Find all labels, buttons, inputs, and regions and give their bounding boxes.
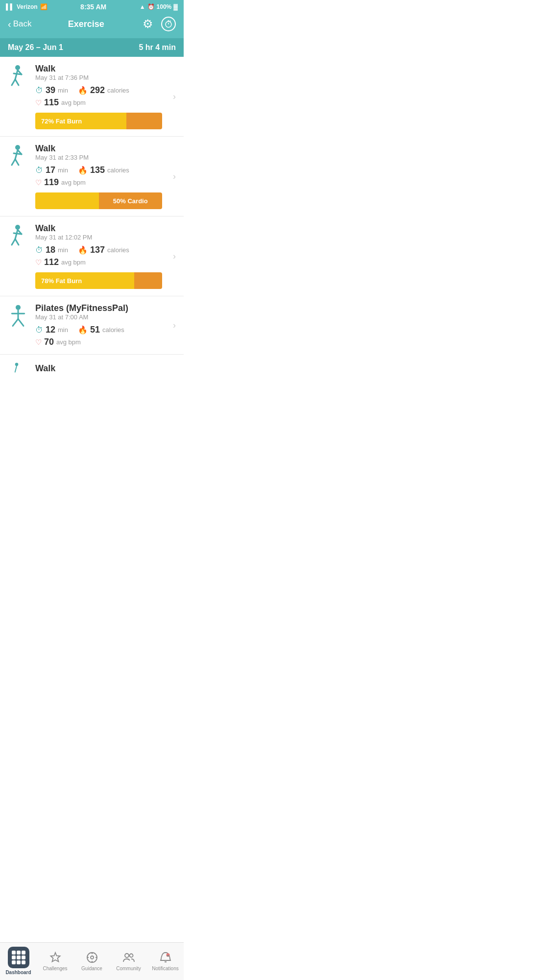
svg-point-23	[16, 305, 21, 310]
exercise-info: Walk May 31 at 7:36 PM ⏱ 39 min 🔥 292 ca…	[35, 64, 162, 129]
duration-stat: ⏱ 39 min	[35, 85, 68, 96]
heart-rate-stat: ♡ 70 avg bpm	[35, 337, 162, 347]
progress-bar: 72% Fat Burn	[35, 113, 162, 129]
exercise-info: Walk May 31 at 2:33 PM ⏱ 17 min 🔥 135 ca…	[35, 143, 162, 209]
svg-line-13	[12, 159, 15, 165]
partial-exercise-name: Walk	[35, 363, 55, 374]
progress-bar-container: 72% Fat Burn	[35, 113, 162, 129]
exercise-info: Pilates (MyFitnessPal) May 31 at 7:00 AM…	[35, 303, 162, 347]
carrier-label: Verizon	[17, 3, 38, 10]
header: ‹ Back Exercise ⚙	[0, 13, 184, 38]
svg-line-16	[14, 153, 22, 154]
svg-line-7	[12, 79, 15, 85]
svg-line-29	[15, 366, 17, 372]
duration-stat: ⏱ 17 min	[35, 165, 68, 175]
walk-icon	[8, 224, 28, 245]
cardio-fill: 50% Cardio	[99, 192, 163, 209]
signal-icon: ▌▌	[6, 3, 14, 10]
battery-label: 100%	[157, 3, 172, 10]
calories-stat: 🔥 51 calories	[78, 325, 124, 335]
header-icons: ⚙	[141, 17, 176, 31]
svg-line-20	[15, 239, 19, 245]
pilates-icon	[8, 304, 28, 325]
cardio-fill	[134, 272, 162, 289]
svg-line-14	[15, 159, 19, 165]
heart-rate-stat: ♡ 115 avg bpm	[35, 97, 162, 108]
svg-point-5	[15, 65, 20, 70]
chevron-right-icon: ›	[169, 171, 176, 182]
heart-rate-stat: ♡ 119 avg bpm	[35, 177, 162, 188]
exercise-list: Walk May 31 at 7:36 PM ⏱ 39 min 🔥 292 ca…	[0, 57, 184, 418]
status-right: ▲ ⏰ 100% ▓	[140, 3, 178, 10]
location-icon: ▲	[140, 3, 145, 10]
svg-line-6	[15, 70, 18, 79]
exercise-datetime: May 31 at 7:36 PM	[35, 74, 162, 81]
walk-icon	[8, 144, 28, 165]
walk-icon	[8, 65, 28, 85]
progress-bar-container: 50% Cardio	[35, 192, 162, 209]
fat-burn-fill: 78% Fat Burn	[35, 272, 134, 289]
wifi-icon: 📶	[40, 3, 48, 10]
exercise-item[interactable]: Walk May 31 at 7:36 PM ⏱ 39 min 🔥 292 ca…	[0, 57, 184, 137]
svg-line-8	[15, 79, 19, 85]
duration-stat: ⏱ 12 min	[35, 325, 68, 335]
exercise-datetime: May 31 at 2:33 PM	[35, 154, 162, 161]
svg-line-27	[18, 319, 24, 326]
chevron-right-icon: ›	[169, 320, 176, 331]
settings-icon[interactable]: ⚙	[141, 17, 155, 31]
fat-burn-fill	[35, 192, 99, 209]
time-display: 8:35 AM	[80, 3, 106, 11]
back-button[interactable]: ‹ Back	[8, 19, 31, 30]
svg-point-17	[15, 225, 20, 230]
svg-line-22	[14, 233, 22, 234]
progress-bar: 50% Cardio	[35, 192, 162, 209]
timer-icon[interactable]	[161, 17, 176, 31]
svg-line-19	[12, 239, 15, 245]
fat-burn-fill: 72% Fat Burn	[35, 113, 126, 129]
exercise-name: Walk	[35, 223, 162, 234]
chevron-right-icon: ›	[169, 92, 176, 102]
back-label: Back	[13, 19, 32, 29]
exercise-name: Pilates (MyFitnessPal)	[35, 303, 162, 313]
date-range: May 26 – Jun 1	[8, 43, 63, 52]
heart-rate-stat: ♡ 112 avg bpm	[35, 257, 162, 267]
svg-point-4	[170, 21, 170, 22]
exercise-item[interactable]: Pilates (MyFitnessPal) May 31 at 7:00 AM…	[0, 296, 184, 355]
exercise-name: Walk	[35, 64, 162, 74]
progress-bar-container: 78% Fat Burn	[35, 272, 162, 289]
exercise-item[interactable]: Walk May 31 at 2:33 PM ⏱ 17 min 🔥 135 ca…	[0, 137, 184, 216]
svg-point-11	[15, 145, 20, 150]
status-bar: ▌▌ Verizon 📶 8:35 AM ▲ ⏰ 100% ▓	[0, 0, 184, 13]
header-title: Exercise	[68, 19, 104, 29]
calories-stat: 🔥 292 calories	[78, 85, 129, 96]
progress-bar: 78% Fat Burn	[35, 272, 162, 289]
cardio-fill	[126, 113, 162, 129]
svg-line-26	[13, 319, 18, 326]
calories-stat: 🔥 137 calories	[78, 245, 129, 255]
chevron-right-icon: ›	[169, 251, 176, 262]
status-left: ▌▌ Verizon 📶	[6, 3, 48, 10]
calories-stat: 🔥 135 calories	[78, 165, 129, 175]
walk-icon	[8, 362, 28, 379]
svg-line-12	[15, 150, 18, 159]
total-time: 5 hr 4 min	[139, 43, 176, 52]
exercise-name: Walk	[35, 143, 162, 154]
exercise-info: Walk May 31 at 12:02 PM ⏱ 18 min 🔥 137 c…	[35, 223, 162, 289]
battery-icon: ▓	[173, 3, 178, 10]
svg-line-18	[15, 230, 18, 239]
exercise-datetime: May 31 at 7:00 AM	[35, 313, 162, 321]
back-chevron-icon: ‹	[8, 19, 11, 30]
exercise-item[interactable]: Walk May 31 at 12:02 PM ⏱ 18 min 🔥 137 c…	[0, 216, 184, 296]
alarm-icon: ⏰	[147, 3, 155, 10]
svg-line-10	[14, 73, 22, 74]
duration-stat: ⏱ 18 min	[35, 245, 68, 255]
exercise-datetime: May 31 at 12:02 PM	[35, 234, 162, 241]
date-bar: May 26 – Jun 1 5 hr 4 min	[0, 38, 184, 57]
exercise-item-partial: Walk	[0, 355, 184, 379]
